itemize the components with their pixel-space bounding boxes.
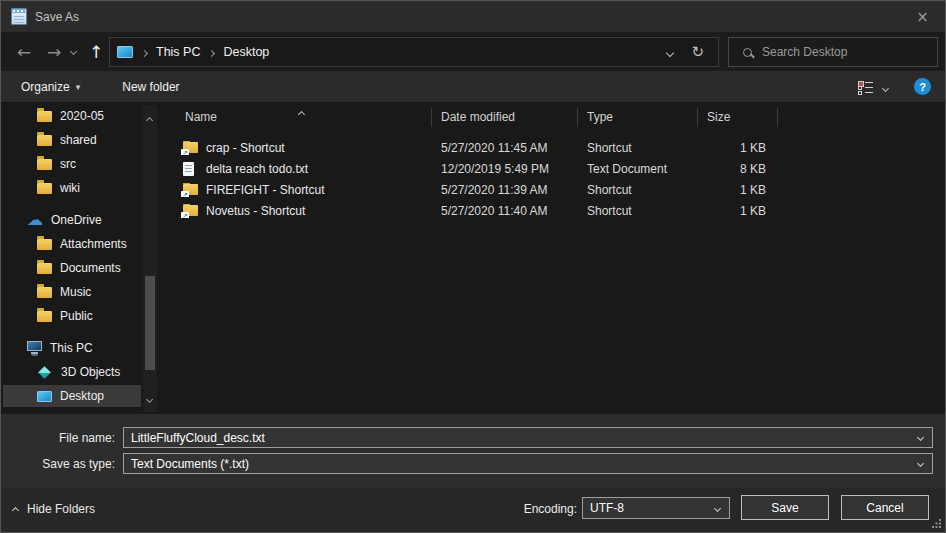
file-name-combobox	[123, 427, 933, 448]
folder-shortcut-icon	[183, 183, 199, 197]
file-row-firefight-shortcut[interactable]: FIREFIGHT - Shortcut 5/27/2020 11:39 AM …	[158, 179, 945, 200]
breadcrumb-chevron-icon	[209, 45, 214, 59]
file-size: 8 KB	[698, 162, 778, 176]
sidebar-item-label: src	[60, 157, 76, 171]
sidebar-item-wiki[interactable]: wiki	[3, 177, 141, 199]
sidebar-item-label: Music	[60, 285, 91, 299]
column-header-date-modified[interactable]: Date modified	[432, 103, 578, 131]
onedrive-cloud-icon: ☁	[27, 215, 43, 225]
resize-grip[interactable]	[932, 519, 941, 528]
folder-icon	[37, 263, 52, 274]
footer-bar: Hide Folders Encoding: UTF-8 Save Cancel	[1, 488, 945, 533]
column-divider[interactable]	[777, 108, 778, 127]
file-name-input[interactable]	[131, 431, 908, 445]
sidebar-item-desktop[interactable]: Desktop	[3, 385, 141, 407]
file-date: 5/27/2020 11:39 AM	[432, 183, 578, 197]
chevron-down-icon[interactable]	[917, 434, 924, 441]
titlebar: Save As ×	[1, 1, 945, 32]
sidebar-item-src[interactable]: src	[3, 153, 141, 175]
view-dropdown-chevron-icon[interactable]	[883, 80, 888, 94]
column-header-size[interactable]: Size	[698, 103, 778, 131]
hide-folders-button[interactable]: Hide Folders	[13, 502, 95, 516]
text-document-icon	[183, 162, 199, 176]
save-as-type-select[interactable]: Text Documents (*.txt)	[123, 453, 933, 474]
sidebar-item-label: 2020-05	[60, 109, 104, 123]
details-view-icon[interactable]	[857, 81, 873, 93]
sidebar-scrollbar[interactable]	[143, 105, 157, 412]
file-name: crap - Shortcut	[206, 141, 285, 155]
folder-icon	[37, 287, 52, 298]
search-icon	[743, 48, 752, 57]
column-header-name[interactable]: Name	[158, 103, 432, 131]
new-folder-label: New folder	[122, 80, 179, 94]
file-row-delta-reach-todo[interactable]: delta reach todo.txt 12/20/2019 5:49 PM …	[158, 158, 945, 179]
desktop-monitor-icon	[37, 391, 52, 402]
close-icon[interactable]: ×	[900, 1, 945, 32]
sidebar-item-label: Documents	[60, 261, 121, 275]
new-folder-button[interactable]: New folder	[112, 71, 189, 103]
file-type: Shortcut	[578, 204, 698, 218]
organize-button[interactable]: Organize ▾	[11, 71, 90, 103]
file-row-novetus-shortcut[interactable]: Novetus - Shortcut 5/27/2020 11:40 AM Sh…	[158, 200, 945, 221]
dropdown-triangle-icon: ▾	[76, 82, 81, 92]
folder-shortcut-icon	[183, 141, 199, 155]
file-date: 12/20/2019 5:49 PM	[432, 162, 578, 176]
scroll-up-icon[interactable]	[147, 112, 152, 126]
command-toolbar: Organize ▾ New folder ?	[1, 71, 945, 103]
address-bar[interactable]: This PC Desktop ↻	[109, 37, 719, 67]
breadcrumb-desktop[interactable]: Desktop	[223, 45, 269, 59]
file-date: 5/27/2020 11:40 AM	[432, 204, 578, 218]
file-type: Text Document	[578, 162, 698, 176]
hide-folders-label: Hide Folders	[27, 502, 95, 516]
up-icon[interactable]: ↑	[83, 32, 109, 71]
sidebar-item-this-pc[interactable]: This PC	[3, 337, 141, 359]
notepad-app-icon	[11, 8, 27, 25]
file-list: Name Date modified Type Size crap - Shor…	[158, 103, 945, 414]
save-button[interactable]: Save	[741, 495, 829, 520]
file-type: Shortcut	[578, 183, 698, 197]
file-size: 1 KB	[698, 141, 778, 155]
sidebar-item-attachments[interactable]: Attachments	[3, 233, 141, 255]
sidebar-item-documents[interactable]: Documents	[3, 257, 141, 279]
sidebar-item-label: Desktop	[60, 389, 104, 403]
sidebar-item-3d-objects[interactable]: 3D Objects	[3, 361, 141, 383]
cancel-button[interactable]: Cancel	[841, 495, 929, 520]
computer-monitor-icon	[27, 341, 42, 351]
encoding-value: UTF-8	[590, 501, 624, 515]
folder-shortcut-icon	[183, 204, 199, 218]
file-name-label: File name:	[1, 431, 123, 445]
refresh-icon[interactable]: ↻	[691, 43, 704, 61]
chevron-down-icon	[917, 460, 924, 467]
scroll-down-icon[interactable]	[147, 391, 152, 405]
sidebar-item-label: This PC	[50, 341, 93, 355]
encoding-select[interactable]: UTF-8	[582, 497, 730, 519]
help-icon[interactable]: ?	[914, 78, 931, 95]
file-row-crap-shortcut[interactable]: crap - Shortcut 5/27/2020 11:45 AM Short…	[158, 137, 945, 158]
file-size: 1 KB	[698, 183, 778, 197]
back-icon[interactable]: ←	[9, 32, 39, 71]
sidebar-item-label: Public	[60, 309, 93, 323]
search-box	[728, 37, 938, 67]
search-input[interactable]	[762, 45, 922, 59]
folder-icon	[37, 111, 52, 122]
sidebar-item-shared[interactable]: shared	[3, 129, 141, 151]
scrollbar-thumb[interactable]	[145, 276, 155, 370]
file-name: FIREFIGHT - Shortcut	[206, 183, 324, 197]
encoding-label: Encoding:	[499, 502, 577, 516]
breadcrumb-this-pc[interactable]: This PC	[156, 45, 200, 59]
file-size: 1 KB	[698, 204, 778, 218]
column-header-type[interactable]: Type	[578, 103, 698, 131]
recent-locations-chevron-icon[interactable]	[65, 32, 81, 71]
sidebar-item-public[interactable]: Public	[3, 305, 141, 327]
file-type: Shortcut	[578, 141, 698, 155]
breadcrumb-chevron-icon	[142, 45, 147, 59]
sidebar-item-onedrive[interactable]: ☁OneDrive	[3, 209, 141, 231]
file-date: 5/27/2020 11:45 AM	[432, 141, 578, 155]
filename-panel: File name: Save as type: Text Documents …	[1, 414, 945, 488]
sidebar-item-2020-05[interactable]: 2020-05	[3, 105, 141, 127]
folder-icon	[37, 311, 52, 322]
column-headers: Name Date modified Type Size	[158, 103, 945, 131]
save-as-type-label: Save as type:	[1, 457, 123, 471]
address-dropdown-chevron-icon[interactable]	[667, 45, 673, 59]
sidebar-item-music[interactable]: Music	[3, 281, 141, 303]
